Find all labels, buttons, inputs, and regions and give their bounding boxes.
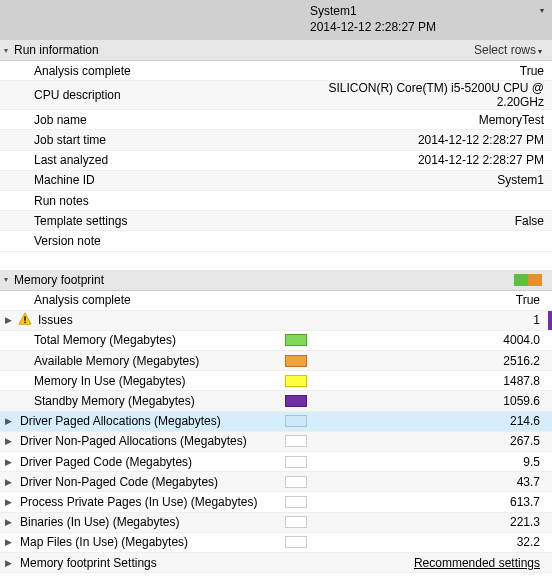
row-value: 267.5 xyxy=(313,434,548,448)
header-spacer xyxy=(0,4,310,34)
table-row[interactable]: ▶Issues1 xyxy=(0,311,552,331)
edge-bar xyxy=(548,391,552,410)
table-row[interactable]: ▶Process Private Pages (In Use) (Megabyt… xyxy=(0,492,552,512)
row-label: Issues xyxy=(34,311,285,329)
row-label: Process Private Pages (In Use) (Megabyte… xyxy=(16,493,285,511)
row-label: Version note xyxy=(30,232,317,250)
edge-bar xyxy=(548,432,552,451)
swatch-purple-icon xyxy=(285,395,307,407)
section-gap xyxy=(0,252,552,270)
table-row[interactable]: ▶Binaries (In Use) (Megabytes)221.3 xyxy=(0,513,552,533)
table-row[interactable]: CPU descriptionSILICON(R) Core(TM) i5-52… xyxy=(0,81,552,110)
warning-icon xyxy=(16,312,34,329)
edge-bar xyxy=(548,472,552,491)
table-row[interactable]: Template settingsFalse xyxy=(0,211,552,231)
section-run-information[interactable]: ▾ Run information Select rows▾ xyxy=(0,40,552,61)
table-row[interactable]: Job nameMemoryTest xyxy=(0,110,552,130)
swatch-cell xyxy=(285,375,313,387)
table-row[interactable]: Run notes xyxy=(0,191,552,211)
swatch-cell xyxy=(285,476,313,488)
expand-icon[interactable]: ▶ xyxy=(0,436,16,446)
table-row[interactable]: Job start time2014-12-12 2:28:27 PM xyxy=(0,130,552,150)
swatch-white-icon xyxy=(285,435,307,447)
table-row[interactable]: ▶Map Files (In Use) (Megabytes)32.2 xyxy=(0,533,552,553)
row-value: 2014-12-12 2:28:27 PM xyxy=(317,153,552,167)
swatch-cell xyxy=(285,334,313,346)
table-row[interactable]: Version note xyxy=(0,231,552,251)
row-label: Analysis complete xyxy=(30,291,285,309)
row-label: Driver Non-Paged Allocations (Megabytes) xyxy=(16,432,285,450)
row-label: Binaries (In Use) (Megabytes) xyxy=(16,513,285,531)
chevron-down-icon[interactable]: ▾ xyxy=(540,6,544,15)
row-label: Memory In Use (Megabytes) xyxy=(30,372,285,390)
table-row[interactable]: ▶Memory footprint SettingsRecommended se… xyxy=(0,553,552,573)
section-swatches xyxy=(514,274,542,286)
select-rows-button[interactable]: Select rows▾ xyxy=(474,43,542,57)
swatch-orange-icon xyxy=(528,274,542,286)
table-row[interactable]: Standby Memory (Megabytes)1059.6 xyxy=(0,391,552,411)
swatch-orange-icon xyxy=(285,355,307,367)
table-row[interactable]: ▶Driver Non-Paged Allocations (Megabytes… xyxy=(0,432,552,452)
row-value: 214.6 xyxy=(313,414,548,428)
run-information-rows: Analysis completeTrueCPU descriptionSILI… xyxy=(0,61,552,252)
row-label: Driver Non-Paged Code (Megabytes) xyxy=(16,473,285,491)
table-row[interactable]: Memory In Use (Megabytes)1487.8 xyxy=(0,371,552,391)
expand-icon[interactable]: ▶ xyxy=(0,315,16,325)
collapse-icon[interactable]: ▾ xyxy=(4,275,12,284)
row-label: Map Files (In Use) (Megabytes) xyxy=(16,533,285,551)
expand-icon[interactable]: ▶ xyxy=(0,416,16,426)
expand-icon[interactable]: ▶ xyxy=(0,477,16,487)
table-row[interactable]: Available Memory (Megabytes)2516.2 xyxy=(0,351,552,371)
row-value: 1 xyxy=(313,313,548,327)
edge-bar xyxy=(548,452,552,471)
expand-icon[interactable]: ▶ xyxy=(0,497,16,507)
table-row[interactable]: Analysis completeTrue xyxy=(0,291,552,311)
memory-footprint-rows: Analysis completeTrue▶Issues1Total Memor… xyxy=(0,291,552,574)
header-system: System1 xyxy=(310,4,544,18)
swatch-white-icon xyxy=(285,536,307,548)
table-row[interactable]: ▶Driver Non-Paged Code (Megabytes)43.7 xyxy=(0,472,552,492)
row-value: 32.2 xyxy=(313,535,548,549)
row-value: 1487.8 xyxy=(313,374,548,388)
edge-bar xyxy=(548,291,552,310)
svg-rect-2 xyxy=(24,321,25,322)
row-value: SILICON(R) Core(TM) i5-5200U CPU @ 2.20G… xyxy=(317,81,552,109)
row-value: 2014-12-12 2:28:27 PM xyxy=(317,133,552,147)
section-title: Memory footprint xyxy=(14,273,514,287)
section-memory-footprint[interactable]: ▾ Memory footprint xyxy=(0,270,552,291)
swatch-white-icon xyxy=(285,476,307,488)
table-row[interactable]: ▶Driver Paged Allocations (Megabytes)214… xyxy=(0,412,552,432)
row-label: Analysis complete xyxy=(30,62,317,80)
table-row[interactable]: Total Memory (Megabytes)4004.0 xyxy=(0,331,552,351)
expand-icon[interactable]: ▶ xyxy=(0,517,16,527)
swatch-white-icon xyxy=(285,496,307,508)
row-value: True xyxy=(313,293,548,307)
expand-icon[interactable]: ▶ xyxy=(0,457,16,467)
table-row[interactable]: Last analyzed2014-12-12 2:28:27 PM xyxy=(0,151,552,171)
row-label: Job start time xyxy=(30,131,317,149)
row-label: Machine ID xyxy=(30,171,317,189)
expand-icon[interactable]: ▶ xyxy=(0,558,16,568)
row-label: Available Memory (Megabytes) xyxy=(30,352,285,370)
row-value: True xyxy=(317,64,552,78)
swatch-green-icon xyxy=(514,274,528,286)
header-time: 2014-12-12 2:28:27 PM xyxy=(310,20,544,34)
chevron-down-icon: ▾ xyxy=(538,47,542,56)
table-row[interactable]: Analysis completeTrue xyxy=(0,61,552,81)
swatch-cell xyxy=(285,415,313,427)
row-value: False xyxy=(317,214,552,228)
swatch-cell xyxy=(285,355,313,367)
section-title: Run information xyxy=(14,43,474,57)
expand-icon[interactable]: ▶ xyxy=(0,537,16,547)
row-label: Template settings xyxy=(30,212,317,230)
row-value: 1059.6 xyxy=(313,394,548,408)
row-value: 43.7 xyxy=(313,475,548,489)
row-label: Standby Memory (Megabytes) xyxy=(30,392,285,410)
row-label: CPU description xyxy=(30,86,317,104)
row-label: Last analyzed xyxy=(30,151,317,169)
row-value[interactable]: Recommended settings xyxy=(313,556,548,570)
row-value: 4004.0 xyxy=(313,333,548,347)
collapse-icon[interactable]: ▾ xyxy=(4,46,12,55)
table-row[interactable]: ▶Driver Paged Code (Megabytes)9.5 xyxy=(0,452,552,472)
table-row[interactable]: Machine IDSystem1 xyxy=(0,171,552,191)
